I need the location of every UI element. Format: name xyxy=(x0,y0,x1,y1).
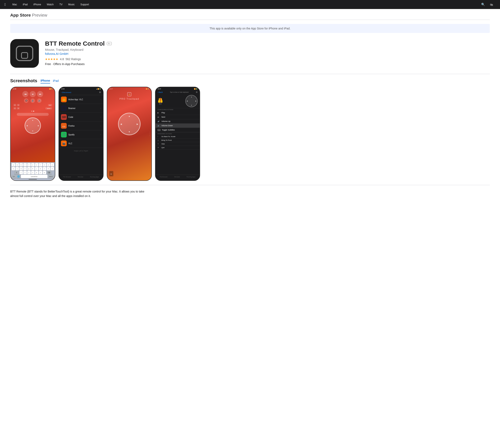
action-play: ▶ Play xyxy=(156,111,200,115)
swipe-hint: Swipe Left or Right! xyxy=(59,148,103,154)
bag-icon[interactable]: 🛍 xyxy=(487,3,496,6)
screenshot-1: 18:38 📶🔋 ⏮ ⏯ ⏭ 🔇 🔉 🔊 xyxy=(10,87,55,181)
vol-down-btn: 🔇 xyxy=(24,98,29,103)
vlc-app-label: VLC xyxy=(159,103,162,105)
configured-actions-label: Configured Actions xyxy=(156,108,200,111)
screenshot-4: 18:37 📶🔋 ‹ Back Tap to show or hide keyb… xyxy=(155,87,200,181)
action-toggle-subtitles: abc Toggle Subtitles xyxy=(156,128,200,132)
sun-ext-icon: ☀ xyxy=(17,107,20,110)
app-name: BTT Remote Control xyxy=(45,40,105,47)
nav-item-support[interactable]: Support xyxy=(78,0,92,9)
screenshot-2: 18:38 ▲📶🔋 ‹ Disconnect ⚙ 🦺 Active App: V… xyxy=(59,87,103,181)
action-hide: ▽ Hide xyxy=(156,142,200,146)
screen3-signal: 📶🔋 xyxy=(146,88,149,90)
windowed-actions-label: Windowed Actions xyxy=(156,132,200,135)
action-next: ⏭ Next xyxy=(156,115,200,119)
availability-banner: This app is available only on the App St… xyxy=(10,24,490,33)
app-list-code: ⌨ Code › xyxy=(59,113,103,122)
vol-up-btn: 🔊 xyxy=(37,98,42,103)
app-list-vlc-active: 🦺 Active App: VLC › xyxy=(59,95,103,104)
screen1-trackpad: ▲ ▼ ◀ ▶ xyxy=(25,117,41,134)
action-quit: ✕ Quit xyxy=(156,146,200,149)
screen4-signal: 📶🔋 xyxy=(194,88,198,90)
screen1-time: 18:38 xyxy=(13,88,16,90)
nav-item-tv[interactable]: TV xyxy=(56,0,65,9)
nav-item-music[interactable]: Music xyxy=(65,0,78,9)
vol-mid-btn: 🔉 xyxy=(31,98,35,103)
space-key: space xyxy=(45,107,52,110)
app-developer[interactable]: folivora.AI GmbH xyxy=(45,52,490,55)
disconnect-back: ‹ Disconnect xyxy=(61,91,71,94)
app-icon xyxy=(10,39,39,68)
screen2-signal: ▲📶🔋 xyxy=(96,88,101,90)
lock-icon: 🔒 xyxy=(127,92,131,96)
nav-item-ipad[interactable]: iPad xyxy=(20,0,31,9)
breadcrumb-preview: Preview xyxy=(32,13,47,17)
app-price: Free · Offers In-App Purchases xyxy=(45,62,490,66)
action-go-back-xcode: ‹ Go Back To: Xcode xyxy=(156,135,200,139)
screen4-trackpad: ▲ ▼ ◀ ▶ xyxy=(185,95,198,107)
screenshots-title: Screenshots xyxy=(10,78,37,83)
screen4-time: 18:37 xyxy=(158,88,161,90)
screen4-hint: Tap to show or hide keyboard xyxy=(163,91,196,93)
app-subtitle: Mouse, Trackpad, Keyboard xyxy=(45,48,490,51)
brightness-icon: ☀ xyxy=(14,104,16,106)
screen1-signal: 📶🔋 xyxy=(49,88,53,90)
description-section: BTT Remote (BTT stands for BetterTouchTo… xyxy=(0,185,500,207)
screen4-bottom-tabs: File Browser Menubar Running Apps xyxy=(156,175,200,179)
screen3-title: PRO Trackpad xyxy=(107,97,151,100)
description-text: BTT Remote (BTT stands for BetterTouchTo… xyxy=(10,189,153,198)
app-header: BTT Remote Control 4+ Mouse, Trackpad, K… xyxy=(0,37,500,74)
nav-item-watch[interactable]: Watch xyxy=(44,0,57,9)
apple-logo-icon[interactable]:  xyxy=(4,2,6,7)
age-rating-badge: 4+ xyxy=(107,42,112,45)
screen2-time: 18:38 xyxy=(61,88,65,90)
screenshots-section: Screenshots iPhone iPad 18:38 📶🔋 ⏮ ⏯ ⏭ xyxy=(0,74,500,185)
app-rating: ★★★★★ 4.8 562 Ratings xyxy=(45,58,490,61)
breadcrumb-appstore: App Store xyxy=(10,13,31,17)
screen4-back: ‹ Back xyxy=(158,91,163,93)
app-list-firefox: 🦊 Firefox › xyxy=(59,122,103,130)
rewind-btn: ⏮ xyxy=(22,91,29,97)
stars-icon: ★★★★★ xyxy=(45,58,58,61)
app-icon-svg xyxy=(15,45,34,62)
breadcrumb: App StorePreview xyxy=(0,9,500,17)
forward-btn: ⏭ xyxy=(37,91,43,97)
screen4-gear-icon: ⚙ xyxy=(196,91,198,93)
search-icon[interactable]: 🔍 xyxy=(479,3,487,6)
edit-btn: ✏ xyxy=(109,171,113,176)
app-info: BTT Remote Control 4+ Mouse, Trackpad, K… xyxy=(45,39,490,66)
rating-value: 4.8 xyxy=(60,58,64,61)
screen3-time: 18:37 xyxy=(109,88,113,90)
rating-count: 562 Ratings xyxy=(65,58,81,61)
screen3-trackpad: ▲ ▼ ◀ ▶ xyxy=(118,113,141,135)
bottom-tabs: File Browser Menubar Running Apps xyxy=(59,175,103,179)
esc-key: esc xyxy=(48,104,52,106)
screen2-gear-icon: ⚙ xyxy=(99,91,101,94)
playpause-btn: ⏯ xyxy=(30,91,36,97)
sun-icon: ☀ xyxy=(14,107,16,110)
keyboard-area: q w e r t z u i o p ü a s xyxy=(11,162,55,180)
tab-iphone[interactable]: iPhone xyxy=(41,78,50,83)
screenshot-3: 18:37 📶🔋 🔒 PRO Trackpad ▲ ▼ ◀ ▶ ✏ xyxy=(107,87,152,181)
app-list-spotify: 🎵 Spotify › xyxy=(59,130,103,139)
screenshots-row: 18:38 📶🔋 ⏮ ⏯ ⏭ 🔇 🔉 🔊 xyxy=(10,87,490,181)
nav-item-iphone[interactable]: iPhone xyxy=(31,0,44,9)
svg-rect-1 xyxy=(21,53,28,58)
action-volume-down: 🔉 Volume Down xyxy=(156,124,200,128)
action-volume-up: 🔊 Volume Up xyxy=(156,119,200,124)
app-list-beamer: 📽 Beamer › xyxy=(59,104,103,113)
app-list-vlc: 🎬 VLC › xyxy=(59,139,103,148)
main-nav:  Mac iPad iPhone Watch TV Music Support… xyxy=(0,0,500,9)
action-bring-to-front: △ Bring To Front xyxy=(156,139,200,142)
nav-item-mac[interactable]: Mac xyxy=(10,0,20,9)
tab-ipad[interactable]: iPad xyxy=(53,78,59,83)
brightness-ext-icon: ☀ xyxy=(17,104,20,106)
